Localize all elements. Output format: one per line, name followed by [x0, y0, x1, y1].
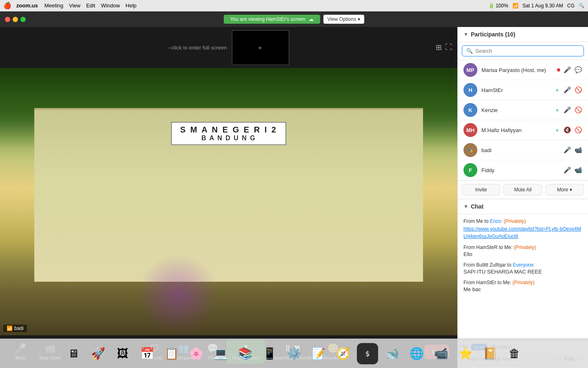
- dock-item-trash[interactable]: 🗑: [504, 343, 525, 364]
- participant-name: badi: [14, 325, 24, 331]
- dock-item-photos[interactable]: 🖼: [112, 343, 133, 364]
- avatar: F: [463, 163, 477, 177]
- fullscreen-expand-icon[interactable]: ⛶: [445, 43, 452, 52]
- right-panel: ▼ Participants (10) 🔍 MP Marisa Paryasto…: [457, 27, 588, 368]
- participant-name: Kenzie: [481, 107, 554, 113]
- add-icon: ＋: [554, 126, 560, 134]
- chat-title: Chat: [471, 203, 483, 210]
- notification-text: You are viewing HamStEr's screen: [230, 16, 305, 22]
- participant-item: H HamStEr ＋ 🎤 🚫: [458, 80, 588, 100]
- school-sign: S M A N E G E R I 2 B A N D U N G: [171, 122, 286, 145]
- fullscreen-bar[interactable]: –click to enter full screen ▶ ⊞ ⛶: [0, 27, 457, 68]
- gallery-view-icon[interactable]: ⊞: [436, 43, 442, 52]
- participants-collapse-arrow[interactable]: ▼: [463, 31, 468, 37]
- chat-collapse-arrow[interactable]: ▼: [463, 204, 468, 209]
- dock-item-zoom[interactable]: 📹: [430, 343, 452, 364]
- chat-header: ▼ Chat: [458, 199, 588, 214]
- participant-controls: ＋ 🎤 🚫: [554, 106, 582, 114]
- menu-view[interactable]: View: [69, 2, 80, 9]
- participants-header: ▼ Participants (10): [458, 27, 588, 42]
- screen-share-area[interactable]: ℹ 🛡 Switch to Sharing Content Recording.…: [0, 68, 457, 335]
- search-field[interactable]: [475, 48, 579, 54]
- menu-meeting[interactable]: Meeting: [45, 2, 63, 9]
- mic-icon: 🎤: [564, 66, 571, 74]
- participant-item: MP Marisa Paryasto (Host, me) 🎤 💬: [458, 60, 588, 80]
- participant-name: Marisa Paryasto (Host, me): [481, 67, 557, 73]
- search-icon: 🔍: [466, 48, 473, 54]
- search-input-container: 🔍: [462, 45, 584, 56]
- participant-item: 🎭 badi 🎤 📹: [458, 140, 588, 160]
- participant-controls: 🎤 📹: [564, 166, 582, 174]
- apple-menu[interactable]: 🍎: [3, 2, 11, 9]
- dock-item-launchpad[interactable]: 🚀: [87, 343, 109, 364]
- dock-item-finder[interactable]: 🖥: [63, 343, 84, 364]
- dock-item-photos2[interactable]: 🌸: [185, 343, 207, 364]
- participant-label: 📶 badi: [3, 325, 27, 332]
- dock-item-terminal[interactable]: $: [357, 343, 378, 364]
- mute-all-button[interactable]: Mute All: [503, 184, 542, 195]
- cloud-icon: ☁: [309, 16, 314, 22]
- fullscreen-text: –click to enter full screen: [168, 45, 227, 51]
- dock-item-chrome[interactable]: 🌐: [406, 343, 427, 364]
- participant-list: MP Marisa Paryasto (Host, me) 🎤 💬 H HamS…: [458, 60, 588, 180]
- menu-right: 🔋 100% 📶 Sat 1 Aug 9.30 AM CG 🔍: [488, 3, 585, 9]
- chat-messages: From Me to Enzo: (Privately) https://www…: [458, 214, 588, 340]
- camera-icon: 📹: [575, 166, 582, 174]
- chat-message-text: SAPI ITU SEHARGA MAC REEE: [463, 269, 582, 275]
- fullscreen-preview[interactable]: ▶: [232, 30, 289, 65]
- dock-item-notebooks[interactable]: 📔: [479, 343, 501, 364]
- more-button[interactable]: More ▾: [546, 184, 584, 195]
- participant-controls: 🎤 💬: [557, 66, 582, 74]
- school-image: S M A N E G E R I 2 B A N D U N G: [0, 68, 457, 335]
- minimize-button[interactable]: [13, 17, 18, 22]
- participant-controls: ＋ 🔇 🚫: [554, 126, 582, 134]
- dock-item-facetime[interactable]: 💻: [210, 343, 231, 364]
- view-options-label: View Options: [327, 16, 356, 22]
- dock-item-safari[interactable]: 🧭: [332, 343, 354, 364]
- dock-item-books[interactable]: 📚: [234, 343, 256, 364]
- top-video-controls: ⊞ ⛶: [436, 43, 452, 52]
- invite-button[interactable]: Invite: [462, 184, 500, 195]
- menu-window[interactable]: Window: [101, 2, 120, 9]
- close-button[interactable]: [5, 17, 10, 22]
- chat-message-text: Me bac: [463, 286, 582, 292]
- dock-item-preferences[interactable]: ⚙️: [283, 343, 305, 364]
- school-building: S M A N E G E R I 2 B A N D U N G: [34, 108, 423, 282]
- screen-share-notification: You are viewing HamStEr's screen ☁: [224, 15, 320, 24]
- video-area: –click to enter full screen ▶ ⊞ ⛶ ℹ 🛡 Sw…: [0, 27, 457, 368]
- participant-item: MH M.Hafiz Hafiyyan ＋ 🔇 🚫: [458, 120, 588, 140]
- menu-edit[interactable]: Edit: [86, 2, 95, 9]
- clock: Sat 1 Aug 9.30 AM: [523, 3, 563, 9]
- chat-link[interactable]: https://www.youtube.com/playlist?list=PL…: [463, 226, 581, 239]
- menu-help[interactable]: Help: [126, 2, 137, 9]
- search-icon[interactable]: 🔍: [579, 3, 585, 9]
- dock-item-appstore[interactable]: 📱: [259, 343, 280, 364]
- dock-item-whaletail[interactable]: 🐋: [381, 343, 403, 364]
- wifi-icon: 📶: [512, 3, 519, 9]
- chat-privately: (Privately): [512, 280, 535, 285]
- participant-item: K Kenzie ＋ 🎤 🚫: [458, 100, 588, 120]
- dock-item-calendar[interactable]: 📅: [136, 343, 158, 364]
- dock-item-reeder[interactable]: ⭐: [455, 343, 476, 364]
- participant-name: Fiddy: [481, 167, 564, 173]
- chat-bubble-icon: 💬: [575, 66, 582, 74]
- chat-recipient: Enzo:: [490, 218, 503, 224]
- dock-item-stickies[interactable]: 📝: [308, 343, 329, 364]
- fullscreen-button[interactable]: [20, 17, 26, 22]
- mic-icon: 🎤: [564, 166, 571, 174]
- chevron-down-icon: ▾: [570, 187, 572, 193]
- dock-item-reminders[interactable]: 📋: [161, 343, 182, 364]
- mic-signal-icon: 📶: [7, 325, 13, 331]
- avatar: MH: [463, 123, 477, 137]
- chat-sender: From HamSteR to Me:: [463, 245, 512, 250]
- chat-message-header: From Bullitt Zulfiqar to Everyone:: [463, 262, 582, 268]
- app-name: zoom.us: [16, 2, 38, 9]
- chat-recipient: Everyone:: [513, 262, 535, 268]
- chat-message-header: From HamStEr to Me: (Privately): [463, 280, 582, 285]
- participant-item: F Fiddy 🎤 📹: [458, 160, 588, 180]
- view-options-button[interactable]: View Options ▾: [323, 15, 364, 24]
- mic-icon: 🎤: [564, 86, 571, 94]
- mic-icon: 🎤: [564, 146, 571, 154]
- chevron-down-icon: ▾: [358, 16, 360, 22]
- add-icon: ＋: [554, 106, 560, 114]
